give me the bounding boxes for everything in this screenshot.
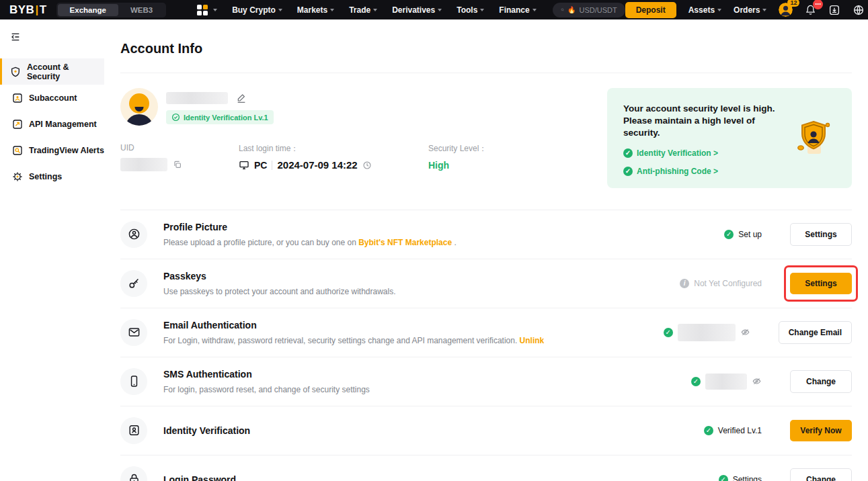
nav-assets[interactable]: Assets xyxy=(688,5,721,15)
nav-label: Finance xyxy=(499,5,529,15)
copy-icon xyxy=(173,160,182,169)
kyc-level-badge[interactable]: Identity Verification Lv.1 xyxy=(166,110,274,124)
sidebar-item-label: TradingView Alerts xyxy=(29,146,104,155)
divider xyxy=(272,161,272,170)
anti-phishing-code-link[interactable]: ✓ Anti-phishing Code > xyxy=(623,167,785,176)
sidebar-item-subaccount[interactable]: Subaccount xyxy=(0,85,104,111)
change-password-button[interactable]: Change xyxy=(790,468,852,481)
sidebar-item-account-security[interactable]: Account & Security xyxy=(0,58,104,85)
tab-web3[interactable]: WEB3 xyxy=(118,4,165,16)
row-title: Profile Picture xyxy=(163,222,641,232)
toggle-phone-visibility-button[interactable] xyxy=(752,376,762,386)
nav-label: Derivatives xyxy=(392,5,435,15)
download-app-button[interactable] xyxy=(828,4,840,16)
sidebar-item-api-management[interactable]: API Management xyxy=(0,111,104,137)
tab-exchange[interactable]: Exchange xyxy=(58,4,118,16)
deposit-button[interactable]: Deposit xyxy=(625,2,676,18)
status-text: Settings xyxy=(733,475,762,481)
avatar xyxy=(120,88,158,126)
edit-nickname-button[interactable] xyxy=(236,93,247,103)
identity-verification-link[interactable]: ✓ Identity Verification > xyxy=(623,148,785,158)
sidebar-item-label: API Management xyxy=(29,120,97,129)
nav-label: Tools xyxy=(457,5,477,15)
passkeys-settings-button[interactable]: Settings xyxy=(790,273,852,294)
search-icon xyxy=(561,5,564,14)
logo-orange-bar: | xyxy=(35,3,38,17)
apps-menu[interactable] xyxy=(197,5,217,15)
row-description: Please upload a profile picture, or you … xyxy=(163,238,641,247)
link-label: Identity Verification > xyxy=(637,148,718,158)
kyc-badge-label: Identity Verification Lv.1 xyxy=(184,114,268,122)
row-status: ✓ Set up xyxy=(641,230,762,239)
status-text: Verified Lv.1 xyxy=(718,426,762,435)
security-card-line1: Your account security level is high. xyxy=(623,103,785,115)
username-redacted xyxy=(166,92,228,104)
chevron-down-icon xyxy=(438,9,442,11)
collapse-sidebar-icon xyxy=(10,32,21,42)
nav-derivatives[interactable]: Derivatives xyxy=(392,5,442,15)
copy-uid-button[interactable] xyxy=(173,160,182,169)
logo-text-left: BYB xyxy=(9,3,34,17)
chevron-down-icon xyxy=(480,9,484,11)
nav-markets[interactable]: Markets xyxy=(297,5,334,15)
language-button[interactable] xyxy=(853,4,865,16)
product-switcher: Exchange WEB3 xyxy=(56,3,167,17)
nav-tools[interactable]: Tools xyxy=(457,5,484,15)
uid-label: UID xyxy=(120,143,239,152)
nav-trade[interactable]: Trade xyxy=(349,5,377,15)
row-email-authentication: Email Authentication For Login, withdraw… xyxy=(120,308,852,357)
account-avatar-menu[interactable]: 12 xyxy=(779,3,793,17)
nav-finance[interactable]: Finance xyxy=(499,5,536,15)
row-description: Use passkeys to protect your account and… xyxy=(163,287,641,296)
lock-icon xyxy=(120,466,147,481)
last-login-block: Last login time： PC 2024-07-09 14:22 xyxy=(239,143,428,171)
change-email-button[interactable]: Change Email xyxy=(779,321,852,344)
id-card-icon xyxy=(120,417,147,444)
shield-illustration xyxy=(791,103,836,176)
row-title: Login Password xyxy=(163,474,641,481)
sidebar-item-settings[interactable]: Settings xyxy=(0,163,104,189)
notifications-button[interactable]: ••• xyxy=(805,4,816,15)
phone-redacted xyxy=(705,374,747,390)
settings-sidebar: Account & Security Subaccount API Manage… xyxy=(0,19,104,481)
nav-orders[interactable]: Orders xyxy=(734,5,766,15)
verify-now-button[interactable]: Verify Now xyxy=(790,420,852,441)
search-input[interactable]: 🔥 USD/USDT xyxy=(553,3,625,17)
row-title: Passkeys xyxy=(163,271,641,281)
sidebar-item-tradingview-alerts[interactable]: TradingView Alerts xyxy=(0,137,104,163)
row-title: Email Authentication xyxy=(163,320,629,331)
status-text: Set up xyxy=(738,230,762,239)
chevron-down-icon xyxy=(278,9,282,11)
message-count-badge: 12 xyxy=(787,0,799,7)
header-right-group: Deposit Assets Orders 12 ••• xyxy=(625,2,865,18)
row-description: For login, password reset, and change of… xyxy=(163,385,641,394)
row-status: ✓ Verified Lv.1 xyxy=(641,426,762,435)
tradingview-alerts-icon xyxy=(12,145,23,156)
change-phone-button[interactable]: Change xyxy=(790,370,852,393)
unlink-email-link[interactable]: Unlink xyxy=(520,336,545,345)
top-navigation-bar: BYB|T Exchange WEB3 Buy Crypto Markets T… xyxy=(0,0,868,19)
subaccount-icon xyxy=(12,93,23,103)
search-pair-text: USD/USDT xyxy=(579,6,617,14)
sidebar-item-label: Settings xyxy=(29,172,62,181)
email-redacted xyxy=(678,324,736,341)
nav-label: Assets xyxy=(688,5,715,15)
row-identity-verification: Identity Verification ✓ Verified Lv.1 Ve… xyxy=(120,406,852,455)
collapse-sidebar-button[interactable] xyxy=(10,32,21,42)
profile-picture-icon xyxy=(120,221,147,248)
check-circle-icon: ✓ xyxy=(623,148,633,158)
bybit-logo[interactable]: BYB|T xyxy=(9,3,47,17)
shield-icon xyxy=(10,67,21,77)
security-level-label: Security Level： xyxy=(428,143,487,155)
check-circle-icon: ✓ xyxy=(719,475,728,481)
profile-picture-settings-button[interactable]: Settings xyxy=(790,223,852,246)
eye-slash-icon xyxy=(740,327,750,337)
nft-marketplace-link[interactable]: Bybit's NFT Marketplace xyxy=(358,238,452,247)
chevron-down-icon xyxy=(717,9,721,11)
eye-slash-icon xyxy=(752,376,762,386)
logo-text-right: T xyxy=(40,3,47,17)
nav-buy-crypto[interactable]: Buy Crypto xyxy=(232,5,282,15)
toggle-email-visibility-button[interactable] xyxy=(740,327,750,337)
chevron-down-icon xyxy=(762,9,766,11)
monitor-icon xyxy=(239,160,249,171)
